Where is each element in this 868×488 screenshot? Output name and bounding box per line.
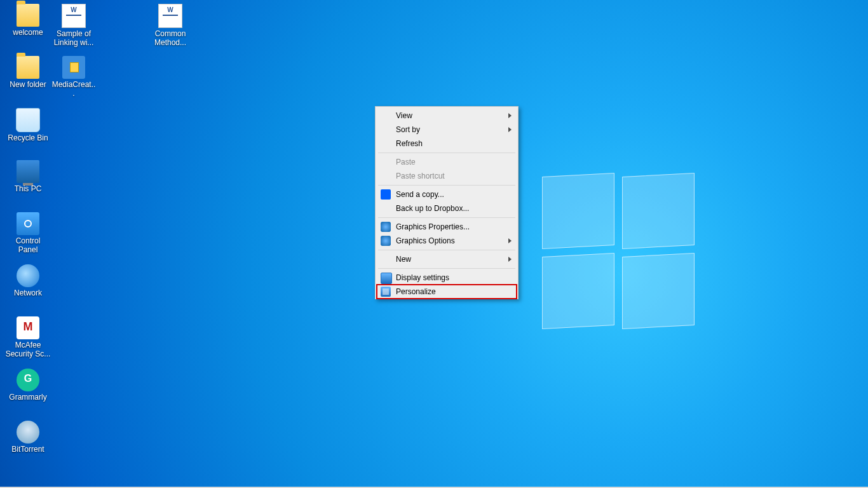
desktop-icon-bittorrent[interactable]: BitTorrent [5, 421, 51, 454]
menu-item-back-up-dropbox[interactable]: Back up to Dropbox... [377, 201, 517, 215]
desktop-icon-welcome[interactable]: welcome [5, 4, 51, 37]
windows-logo-pane [622, 173, 695, 249]
menu-item-label: New [396, 255, 411, 264]
menu-item-label: Personalize [396, 287, 436, 296]
menu-separator [378, 268, 515, 269]
desktop-icon-label: Control Panel [5, 236, 51, 254]
recycle-bin-icon [16, 108, 40, 132]
send-a-copy-icon [381, 189, 391, 200]
menu-item-graphics-properties[interactable]: Graphics Properties... [377, 220, 517, 234]
windows-logo-pane [622, 253, 695, 329]
display-settings-icon [381, 273, 392, 284]
desktop-icon-grammarly[interactable]: Grammarly [5, 369, 51, 402]
menu-separator [378, 217, 515, 218]
desktop-icon-label: This PC [5, 184, 51, 193]
desktop-icon-label: New folder [5, 80, 51, 89]
graphics-properties-icon [381, 222, 391, 232]
desktop-icon-label: welcome [5, 28, 51, 37]
menu-item-label: Paste [396, 158, 416, 166]
common-method-icon [158, 4, 182, 28]
new-folder-icon [17, 56, 39, 79]
desktop-icon-label: Grammarly [5, 393, 51, 402]
menu-item-refresh[interactable]: Refresh [377, 137, 517, 151]
desktop-context-menu: ViewSort byRefreshPastePaste shortcutSen… [375, 106, 519, 299]
control-panel-icon [17, 212, 39, 235]
windows-logo-pane [542, 173, 614, 249]
menu-item-personalize[interactable]: Personalize [377, 285, 517, 299]
desktop[interactable]: welcomeSample of Linking wi...Common Met… [0, 0, 868, 488]
menu-separator [378, 152, 515, 153]
menu-separator [378, 250, 515, 250]
desktop-icon-mediacreat[interactable]: MediaCreat... [51, 56, 97, 98]
menu-item-label: Paste shortcut [396, 172, 445, 180]
menu-item-display-settings[interactable]: Display settings [377, 271, 517, 285]
menu-item-new[interactable]: New [377, 252, 517, 266]
menu-item-label: Refresh [396, 139, 423, 148]
desktop-icon-label: BitTorrent [5, 445, 51, 454]
menu-item-send-a-copy[interactable]: Send a copy... [377, 187, 517, 201]
this-pc-icon [17, 160, 39, 183]
menu-item-label: Display settings [396, 273, 449, 282]
menu-item-sort-by[interactable]: Sort by [377, 123, 517, 137]
desktop-icon-mcafee[interactable]: McAfee Security Sc... [5, 316, 51, 358]
desktop-icon-network[interactable]: Network [5, 264, 51, 297]
menu-item-label: Sort by [396, 125, 420, 134]
menu-item-label: View [396, 111, 412, 120]
menu-item-paste-shortcut: Paste shortcut [377, 169, 517, 183]
welcome-icon [17, 4, 39, 27]
graphics-options-icon [381, 236, 391, 246]
desktop-icon-label: MediaCreat... [51, 80, 97, 98]
windows-logo [542, 175, 693, 326]
grammarly-icon [17, 369, 39, 391]
bittorrent-icon [17, 421, 39, 444]
desktop-icon-control-panel[interactable]: Control Panel [5, 212, 51, 254]
windows-logo-pane [542, 253, 614, 329]
sample-linking-icon [62, 4, 86, 28]
desktop-icon-new-folder[interactable]: New folder [5, 56, 51, 89]
menu-item-view[interactable]: View [377, 109, 517, 123]
desktop-icon-label: Sample of Linking wi... [51, 29, 97, 47]
menu-item-graphics-options[interactable]: Graphics Options [377, 234, 517, 248]
desktop-icon-label: Network [5, 288, 51, 297]
personalize-icon [381, 287, 391, 297]
desktop-icon-common-method[interactable]: Common Method... [147, 4, 193, 47]
desktop-icon-this-pc[interactable]: This PC [5, 160, 51, 193]
desktop-icon-recycle-bin[interactable]: Recycle Bin [5, 108, 51, 142]
menu-separator [378, 185, 515, 186]
network-icon [17, 264, 39, 287]
menu-item-label: Send a copy... [396, 190, 444, 199]
mcafee-icon [17, 316, 39, 339]
menu-item-label: Back up to Dropbox... [396, 204, 469, 213]
menu-item-label: Graphics Properties... [396, 222, 470, 231]
desktop-icon-label: Common Method... [147, 29, 193, 47]
menu-item-paste: Paste [377, 155, 517, 169]
menu-item-label: Graphics Options [396, 236, 455, 245]
mediacreat-icon [62, 56, 85, 79]
desktop-icon-sample-linking[interactable]: Sample of Linking wi... [51, 4, 97, 47]
desktop-icon-label: Recycle Bin [5, 133, 51, 142]
desktop-icon-label: McAfee Security Sc... [5, 341, 51, 358]
